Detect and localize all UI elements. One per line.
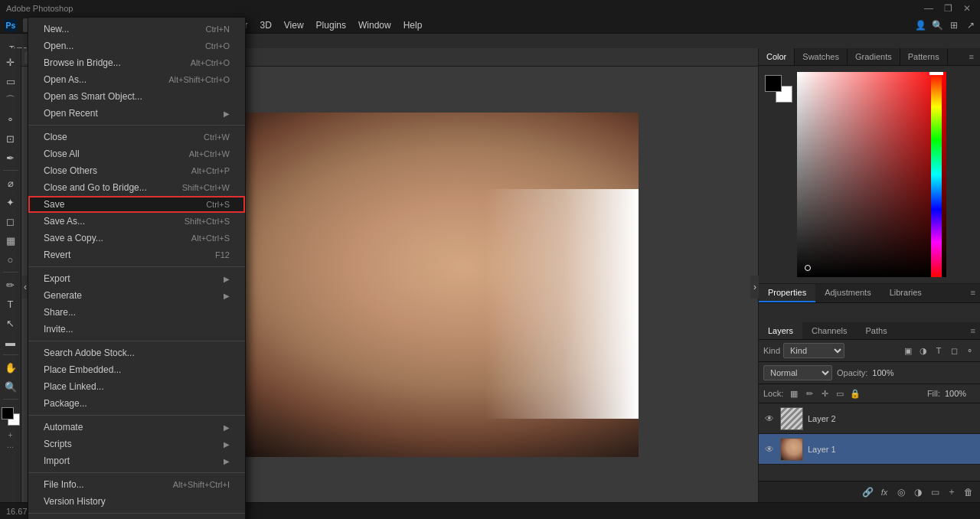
crop-tool[interactable]: ⊡ [2, 129, 20, 148]
menu-plugins[interactable]: Plugins [310, 18, 352, 32]
blend-mode-select[interactable]: Normal Multiply Screen Overlay [763, 365, 832, 380]
menu-import[interactable]: Import ▶ [28, 452, 245, 469]
right-panel-collapse[interactable]: › [751, 276, 759, 299]
tab-patterns[interactable]: Patterns [900, 48, 948, 65]
color-saturation-picker[interactable] [797, 72, 946, 277]
menu-save-copy[interactable]: Save a Copy... Alt+Ctrl+S [28, 230, 245, 246]
brush-tool[interactable]: ⌀ [2, 174, 20, 192]
menu-place-embedded[interactable]: Place Embedded... [28, 361, 245, 378]
fill-value[interactable]: 100% [945, 389, 975, 398]
minimize-button[interactable]: — [921, 3, 936, 14]
hand-tool[interactable]: ✋ [2, 358, 20, 377]
fg-bg-color-selector[interactable] [0, 406, 21, 427]
properties-panel-menu[interactable]: ≡ [966, 284, 980, 302]
menu-scripts[interactable]: Scripts ▶ [28, 436, 245, 452]
fg-bg-boxes[interactable] [765, 75, 792, 103]
smart-filter-icon[interactable]: ⚬ [963, 344, 975, 357]
type-filter-icon[interactable]: T [933, 344, 945, 357]
fg-color-box[interactable] [765, 75, 782, 92]
type-tool[interactable]: T [2, 295, 20, 313]
quick-select-tool[interactable]: ⚬ [2, 110, 20, 129]
lasso-tool[interactable]: ⌒ [2, 91, 20, 109]
arrange-icon[interactable]: ⊞ [948, 19, 960, 31]
gradient-tool[interactable]: ▦ [2, 231, 20, 250]
tab-color[interactable]: Color [759, 48, 795, 65]
color-picker-cursor[interactable] [805, 265, 811, 271]
menu-place-linked[interactable]: Place Linked... [28, 378, 245, 395]
menu-help[interactable]: Help [397, 18, 429, 32]
lock-transparent-btn[interactable]: ▦ [788, 387, 800, 400]
pixel-filter-icon[interactable]: ▣ [902, 344, 914, 357]
layer-link-icon[interactable]: 🔗 [861, 485, 874, 499]
tab-adjustments[interactable]: Adjustments [815, 284, 880, 302]
menu-view[interactable]: View [278, 18, 310, 32]
menu-open-as[interactable]: Open As... Alt+Shift+Ctrl+O [28, 71, 245, 88]
menu-automate[interactable]: Automate ▶ [28, 419, 245, 436]
tab-paths[interactable]: Paths [857, 322, 897, 339]
layer-item-2[interactable]: 👁 Layer 2 [759, 403, 980, 434]
shape-tool[interactable]: ▬ [2, 333, 20, 351]
layer-fx-icon[interactable]: fx [877, 485, 891, 499]
delete-layer-icon[interactable]: 🗑 [962, 485, 975, 499]
account-icon[interactable]: 👤 [914, 19, 926, 31]
kind-select[interactable]: Kind [783, 343, 844, 358]
window-controls[interactable]: — ❐ ✕ [921, 3, 974, 14]
menu-open-smart[interactable]: Open as Smart Object... [28, 88, 245, 105]
menu-new[interactable]: New... Ctrl+N [28, 21, 245, 38]
add-mask-icon[interactable]: ◎ [894, 485, 908, 499]
lock-image-btn[interactable]: ✏ [803, 387, 815, 400]
color-gradient-area[interactable] [797, 72, 946, 277]
menu-close[interactable]: Close Ctrl+W [28, 129, 245, 145]
lock-artboard-btn[interactable]: ▭ [834, 387, 846, 400]
new-group-icon[interactable]: ▭ [928, 485, 942, 499]
menu-3d[interactable]: 3D [253, 18, 277, 32]
zoom-level[interactable]: + [7, 431, 15, 439]
tab-channels[interactable]: Channels [802, 322, 856, 339]
tab-properties[interactable]: Properties [759, 284, 815, 302]
path-select-tool[interactable]: ↖ [2, 314, 20, 332]
menu-search-stock[interactable]: Search Adobe Stock... [28, 344, 245, 361]
menu-save-as[interactable]: Save As... Shift+Ctrl+S [28, 213, 245, 230]
pen-tool[interactable]: ✏ [2, 276, 20, 294]
shape-filter-icon[interactable]: ◻ [948, 344, 960, 357]
tab-libraries[interactable]: Libraries [880, 284, 931, 302]
menu-window[interactable]: Window [352, 18, 397, 32]
menu-browse-bridge[interactable]: Browse in Bridge... Alt+Ctrl+O [28, 54, 245, 71]
menu-close-others[interactable]: Close Others Alt+Ctrl+P [28, 162, 245, 179]
tab-layers[interactable]: Layers [759, 322, 802, 339]
fg-bg-selector[interactable] [765, 75, 792, 103]
marquee-tool[interactable]: ▭ [2, 72, 20, 90]
menu-save[interactable]: Save Ctrl+S [28, 196, 245, 213]
menu-share[interactable]: Share... [28, 304, 245, 321]
tab-gradients[interactable]: Gradients [848, 48, 900, 65]
menu-package[interactable]: Package... [28, 395, 245, 412]
new-layer-icon[interactable]: ＋ [945, 485, 959, 499]
menu-revert[interactable]: Revert F12 [28, 246, 245, 263]
menu-open[interactable]: Open... Ctrl+O [28, 38, 245, 54]
three-dots[interactable]: … [7, 441, 15, 449]
maximize-button[interactable]: ❐ [941, 3, 956, 14]
tab-swatches[interactable]: Swatches [795, 48, 848, 65]
lock-position-btn[interactable]: ✛ [818, 387, 831, 400]
menu-close-bridge[interactable]: Close and Go to Bridge... Shift+Ctrl+W [28, 179, 245, 196]
color-panel-collapse[interactable]: ≡ [963, 48, 980, 65]
lock-all-btn[interactable]: 🔒 [849, 387, 861, 400]
menu-open-recent[interactable]: Open Recent ▶ [28, 105, 245, 122]
move-tool[interactable]: ✛ [2, 53, 20, 71]
opacity-value[interactable]: 100% [872, 368, 903, 377]
clone-stamp-tool[interactable]: ✦ [2, 193, 20, 211]
menu-export[interactable]: Export ▶ [28, 270, 245, 287]
menu-generate[interactable]: Generate ▶ [28, 287, 245, 304]
close-button[interactable]: ✕ [960, 3, 974, 14]
menu-invite[interactable]: Invite... [28, 321, 245, 338]
eraser-tool[interactable]: ◻ [2, 212, 20, 230]
search-icon[interactable]: 🔍 [931, 19, 943, 31]
zoom-tool[interactable]: 🔍 [2, 377, 20, 396]
eyedropper-tool[interactable]: ✒ [2, 149, 20, 167]
menu-close-all[interactable]: Close All Alt+Ctrl+W [28, 145, 245, 162]
foreground-color-swatch[interactable] [2, 407, 14, 419]
layer-2-visibility[interactable]: 👁 [763, 413, 776, 425]
hue-thumb[interactable] [929, 72, 943, 75]
adjustment-filter-icon[interactable]: ◑ [917, 344, 929, 357]
hue-slider[interactable] [931, 72, 942, 277]
